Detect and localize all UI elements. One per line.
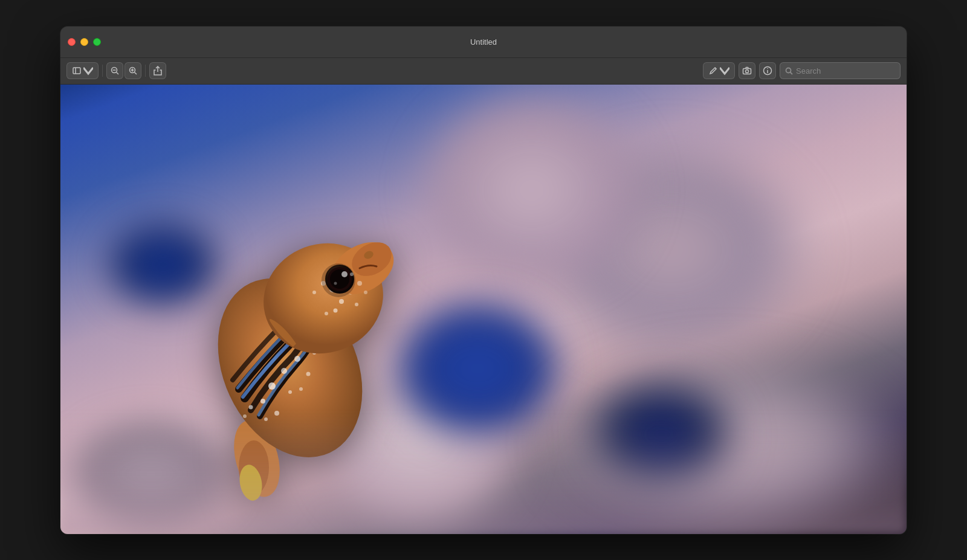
separator-2 <box>145 65 146 77</box>
separator-1 <box>102 65 103 77</box>
svg-point-26 <box>274 411 279 416</box>
annotate-button[interactable] <box>703 62 735 79</box>
minimize-button[interactable] <box>80 38 88 46</box>
svg-point-24 <box>260 399 265 404</box>
fish-svg <box>145 138 399 501</box>
main-window: Untitled <box>60 27 907 534</box>
sidebar-toggle-button[interactable] <box>66 62 99 79</box>
camera-icon <box>742 66 752 76</box>
image-area <box>60 85 907 534</box>
sidebar-icon <box>72 66 82 76</box>
bg-blob-2 <box>411 85 653 296</box>
svg-point-34 <box>299 387 303 391</box>
svg-point-41 <box>312 291 316 294</box>
fish-scene <box>60 85 907 534</box>
search-icon <box>785 67 793 75</box>
share-icon <box>153 66 163 76</box>
svg-line-3 <box>117 72 119 75</box>
search-box[interactable] <box>780 62 901 79</box>
close-button[interactable] <box>68 38 76 46</box>
svg-point-56 <box>350 272 354 276</box>
fish-image <box>145 138 399 501</box>
svg-point-37 <box>339 299 344 304</box>
svg-point-55 <box>364 291 367 294</box>
svg-point-31 <box>264 417 268 421</box>
pen-icon <box>708 66 718 76</box>
search-input[interactable] <box>796 66 895 76</box>
bg-blob-4 <box>387 293 568 444</box>
toolbar <box>60 58 907 85</box>
toolbar-right <box>703 62 901 79</box>
svg-line-6 <box>135 72 137 75</box>
svg-point-16 <box>786 68 791 72</box>
titlebar: Untitled <box>60 27 907 58</box>
toolbar-left <box>66 62 166 79</box>
svg-point-54 <box>357 281 362 286</box>
svg-point-12 <box>746 70 749 73</box>
dark-blob-mid <box>586 380 737 489</box>
svg-point-52 <box>334 282 337 285</box>
svg-point-29 <box>288 390 292 394</box>
svg-point-30 <box>306 372 311 376</box>
camera-button[interactable] <box>739 62 755 79</box>
svg-point-51 <box>341 271 348 277</box>
window-title: Untitled <box>470 37 497 47</box>
svg-line-17 <box>791 72 793 74</box>
svg-point-23 <box>281 368 287 374</box>
svg-point-42 <box>355 303 358 306</box>
svg-point-40 <box>334 308 338 312</box>
chevron-down-icon <box>83 66 93 76</box>
info-button[interactable] <box>759 62 776 79</box>
zoom-out-icon <box>110 66 120 76</box>
share-button[interactable] <box>149 62 166 79</box>
svg-point-28 <box>249 405 253 409</box>
svg-point-25 <box>294 356 300 362</box>
svg-point-43 <box>325 312 328 315</box>
svg-point-15 <box>767 68 768 69</box>
svg-rect-0 <box>73 68 80 74</box>
zoom-out-button[interactable] <box>106 62 123 79</box>
zoom-in-icon <box>128 66 138 76</box>
info-icon <box>763 66 772 76</box>
chevron-down-icon-2 <box>720 66 729 76</box>
svg-line-10 <box>715 68 716 69</box>
zoom-in-button[interactable] <box>125 62 141 79</box>
svg-point-22 <box>268 382 276 390</box>
svg-point-32 <box>243 414 247 418</box>
maximize-button[interactable] <box>93 38 101 46</box>
traffic-lights <box>68 38 101 46</box>
